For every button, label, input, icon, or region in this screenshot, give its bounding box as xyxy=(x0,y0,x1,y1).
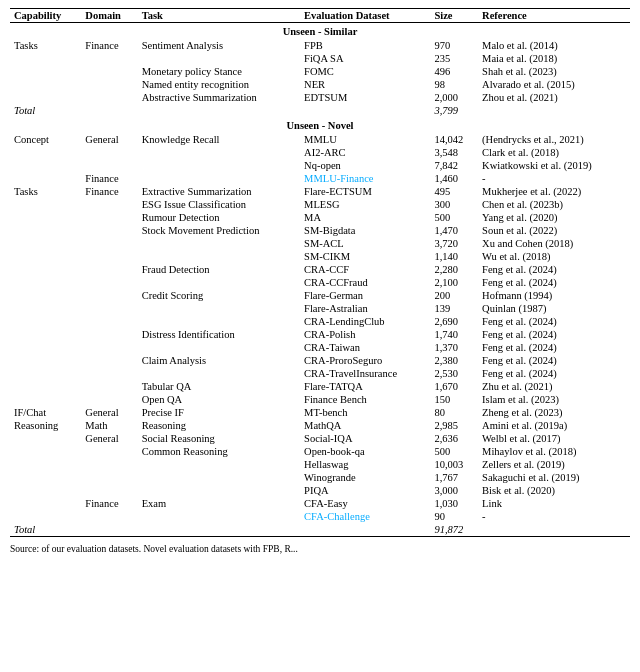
cell-dataset: Flare-Astralian xyxy=(300,302,430,315)
cell-reference xyxy=(478,523,630,537)
cell-reference: Wu et al. (2018) xyxy=(478,250,630,263)
cell-reference: Soun et al. (2022) xyxy=(478,224,630,237)
cell-domain xyxy=(81,224,137,237)
table-row: Fraud DetectionCRA-CCF2,280Feng et al. (… xyxy=(10,263,630,276)
cell-domain xyxy=(81,52,137,65)
cell-task: Social Reasoning xyxy=(138,432,300,445)
cell-reference: Zellers et al. (2019) xyxy=(478,458,630,471)
table-row: ESG Issue ClassificationMLESG300Chen et … xyxy=(10,198,630,211)
cell-capability xyxy=(10,263,81,276)
table-row: CFA-Challenge90- xyxy=(10,510,630,523)
cell-domain xyxy=(81,523,137,537)
table-row: Named entity recognitionNER98Alvarado et… xyxy=(10,78,630,91)
cell-task xyxy=(138,302,300,315)
cell-reference: Xu and Cohen (2018) xyxy=(478,237,630,250)
cell-reference: Bisk et al. (2020) xyxy=(478,484,630,497)
cell-reference: Feng et al. (2024) xyxy=(478,367,630,380)
cell-size: 300 xyxy=(430,198,478,211)
cell-capability xyxy=(10,471,81,484)
cell-task: Open QA xyxy=(138,393,300,406)
cell-size: 1,767 xyxy=(430,471,478,484)
cell-domain xyxy=(81,263,137,276)
cell-capability xyxy=(10,393,81,406)
table-row: TasksFinanceSentiment AnalysisFPB970Malo… xyxy=(10,39,630,52)
cell-task xyxy=(138,341,300,354)
cell-task xyxy=(138,471,300,484)
cell-domain xyxy=(81,315,137,328)
cell-domain: Finance xyxy=(81,497,137,510)
table-row: GeneralSocial ReasoningSocial-IQA2,636We… xyxy=(10,432,630,445)
cell-dataset: FiQA SA xyxy=(300,52,430,65)
cell-capability xyxy=(10,65,81,78)
cell-domain xyxy=(81,458,137,471)
table-row: TasksFinanceExtractive SummarizationFlar… xyxy=(10,185,630,198)
cell-size: 235 xyxy=(430,52,478,65)
cell-size: 2,530 xyxy=(430,367,478,380)
table-row: Flare-Astralian139Quinlan (1987) xyxy=(10,302,630,315)
cell-size: 495 xyxy=(430,185,478,198)
cell-reference: Yang et al. (2020) xyxy=(478,211,630,224)
footnote: Source: of our evaluation datasets. Nove… xyxy=(10,543,630,556)
cell-task: Reasoning xyxy=(138,419,300,432)
cell-domain xyxy=(81,104,137,117)
cell-task xyxy=(138,276,300,289)
table-row: SM-CIKM1,140Wu et al. (2018) xyxy=(10,250,630,263)
cell-reference: - xyxy=(478,510,630,523)
cell-task: Fraud Detection xyxy=(138,263,300,276)
cell-capability xyxy=(10,302,81,315)
cell-size: 139 xyxy=(430,302,478,315)
cell-dataset: AI2-ARC xyxy=(300,146,430,159)
cell-reference: Hofmann (1994) xyxy=(478,289,630,302)
cell-task: Monetary policy Stance xyxy=(138,65,300,78)
cell-size: 2,280 xyxy=(430,263,478,276)
cell-dataset: FOMC xyxy=(300,65,430,78)
cell-reference: Feng et al. (2024) xyxy=(478,276,630,289)
cell-capability xyxy=(10,146,81,159)
cell-size: 500 xyxy=(430,211,478,224)
cell-capability xyxy=(10,445,81,458)
cell-dataset: CRA-CCF xyxy=(300,263,430,276)
cell-task: Claim Analysis xyxy=(138,354,300,367)
cell-reference: Welbl et al. (2017) xyxy=(478,432,630,445)
table-row: Total3,799 xyxy=(10,104,630,117)
cell-task: Tabular QA xyxy=(138,380,300,393)
cell-capability xyxy=(10,159,81,172)
cell-reference: Malo et al. (2014) xyxy=(478,39,630,52)
cell-domain xyxy=(81,484,137,497)
section-title: Unseen - Novel xyxy=(10,117,630,133)
cell-capability: IF/Chat xyxy=(10,406,81,419)
cell-task: Rumour Detection xyxy=(138,211,300,224)
cell-task xyxy=(138,510,300,523)
cell-domain xyxy=(81,393,137,406)
cell-task xyxy=(138,315,300,328)
cell-capability xyxy=(10,354,81,367)
table-row: PIQA3,000Bisk et al. (2020) xyxy=(10,484,630,497)
cell-reference: Clark et al. (2018) xyxy=(478,146,630,159)
table-row: Rumour DetectionMA500Yang et al. (2020) xyxy=(10,211,630,224)
cell-size: 2,690 xyxy=(430,315,478,328)
cell-dataset: SM-CIKM xyxy=(300,250,430,263)
cell-size: 1,470 xyxy=(430,224,478,237)
cell-dataset: CRA-TravelInsurance xyxy=(300,367,430,380)
cell-capability xyxy=(10,211,81,224)
cell-reference: Chen et al. (2023b) xyxy=(478,198,630,211)
table-row: Distress IdentificationCRA-Polish1,740Fe… xyxy=(10,328,630,341)
cell-size: 3,799 xyxy=(430,104,478,117)
cell-capability xyxy=(10,224,81,237)
cell-task xyxy=(138,172,300,185)
cell-reference: - xyxy=(478,172,630,185)
cell-reference: (Hendrycks et al., 2021) xyxy=(478,133,630,146)
cell-capability xyxy=(10,315,81,328)
cell-reference xyxy=(478,104,630,117)
cell-reference: Sakaguchi et al. (2019) xyxy=(478,471,630,484)
cell-reference: Quinlan (1987) xyxy=(478,302,630,315)
table-row: Stock Movement PredictionSM-Bigdata1,470… xyxy=(10,224,630,237)
cell-size: 500 xyxy=(430,445,478,458)
section-header-row: Unseen - Similar xyxy=(10,23,630,40)
cell-domain xyxy=(81,237,137,250)
cell-size: 7,842 xyxy=(430,159,478,172)
cell-size: 1,370 xyxy=(430,341,478,354)
header-size: Size xyxy=(430,9,478,23)
cell-domain xyxy=(81,328,137,341)
cell-reference: Feng et al. (2024) xyxy=(478,328,630,341)
